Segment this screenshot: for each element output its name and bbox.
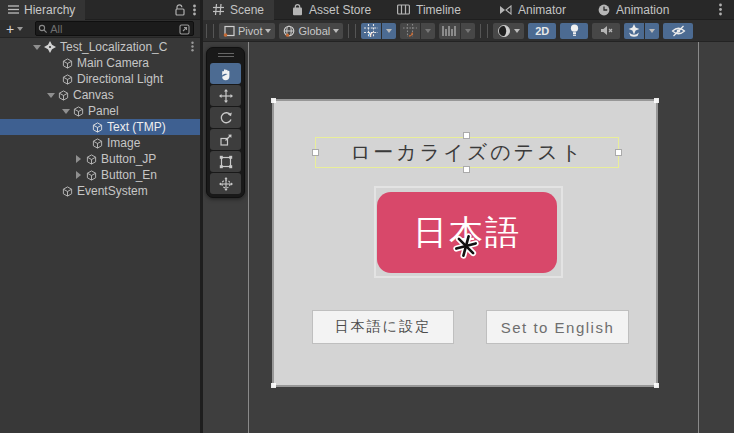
rect-tool-button[interactable] (210, 151, 241, 172)
scene-lighting-toggle[interactable] (560, 23, 588, 39)
gameobject-cube-icon (62, 58, 73, 69)
rotate-tool-icon (219, 111, 233, 125)
gameobject-cube-icon (62, 186, 73, 197)
tmp-text-selection[interactable]: ローカライズのテスト (315, 137, 619, 168)
speaker-muted-icon (600, 25, 613, 36)
scene-toolbar: Pivot Global Y (203, 20, 734, 42)
move-tool-button[interactable] (210, 85, 241, 106)
tree-item-label: Directional Light (77, 72, 163, 86)
snap-grid-options[interactable] (421, 23, 435, 39)
tree-item-panel[interactable]: Panel (0, 103, 200, 119)
add-gameobject-button[interactable]: + (6, 22, 14, 36)
tree-item-scene[interactable]: Test_Localization_C (0, 39, 200, 55)
transform-tool-button[interactable] (210, 173, 241, 194)
hierarchy-more-icon[interactable] (193, 4, 196, 16)
gizmos-visibility-toggle[interactable] (663, 23, 693, 39)
scene-more-icon[interactable] (191, 41, 194, 52)
grid-visibility-toggle[interactable]: Y (361, 23, 381, 39)
tab-label: Animator (518, 3, 566, 17)
tab-label: Animation (616, 3, 669, 17)
rect-handle-top[interactable] (463, 132, 470, 139)
search-input[interactable] (50, 23, 155, 35)
canvas-gizmo-left-edge (248, 42, 249, 433)
foldout-right-icon[interactable] (76, 155, 81, 163)
panel-corner-handle[interactable] (271, 383, 276, 388)
tab-hierarchy[interactable]: Hierarchy (0, 0, 85, 20)
scale-tool-icon (219, 133, 233, 147)
tree-item-eventsystem[interactable]: EventSystem (0, 183, 200, 199)
panel-corner-handle[interactable] (654, 98, 659, 103)
localization-title-text[interactable]: ローカライズのテスト (350, 139, 584, 166)
tree-item-canvas[interactable]: Canvas (0, 87, 200, 103)
tree-item-text-tmp[interactable]: Text (TMP) (0, 119, 200, 135)
foldout-down-icon[interactable] (33, 45, 41, 50)
tree-item-label: Button_JP (101, 152, 156, 166)
language-display-button[interactable]: 日本語 (377, 192, 557, 273)
move-tool-icon (219, 89, 233, 103)
grid-visibility-options[interactable] (382, 23, 396, 39)
search-window-icon[interactable] (179, 24, 190, 35)
pivot-dropdown[interactable]: Pivot (219, 23, 275, 39)
tree-item-button-en[interactable]: Button_En (0, 167, 200, 183)
tab-scene[interactable]: Scene (203, 0, 274, 20)
tree-item-directional-light[interactable]: Directional Light (0, 71, 200, 87)
set-japanese-button[interactable]: 日本語に設定 (312, 310, 454, 344)
tree-item-button-jp[interactable]: Button_JP (0, 151, 200, 167)
scale-tool-button[interactable] (210, 129, 241, 150)
snap-grid-toggle[interactable] (400, 23, 420, 39)
2d-mode-toggle[interactable]: 2D (528, 23, 556, 39)
effects-toggle[interactable] (624, 23, 644, 39)
unlock-icon[interactable] (175, 4, 185, 16)
rect-handle-left[interactable] (312, 149, 319, 156)
shaded-sphere-icon (497, 24, 511, 38)
svg-text:Y: Y (368, 31, 373, 37)
global-dropdown[interactable]: Global (279, 23, 343, 39)
pivot-icon (223, 25, 235, 37)
scene-tabbar: Scene Asset Store Timeline Animator (203, 0, 734, 20)
tree-item-label: Image (107, 136, 140, 150)
rect-handle-bottom[interactable] (463, 166, 470, 173)
tab-label: Asset Store (309, 3, 371, 17)
tab-asset-store[interactable]: Asset Store (282, 0, 381, 20)
tree-item-main-camera[interactable]: Main Camera (0, 55, 200, 71)
snap-increment-button[interactable] (439, 23, 460, 39)
pivot-label: Pivot (238, 25, 262, 37)
add-dropdown-caret-icon[interactable] (17, 27, 23, 31)
tree-item-image[interactable]: Image (0, 135, 200, 151)
scene-viewport[interactable]: ローカライズのテスト 日本語 日本語に設定 Set to English (203, 42, 734, 433)
sparkle-icon (627, 24, 641, 37)
hierarchy-toolbar: + (0, 20, 200, 38)
tab-animation[interactable]: Animation (588, 0, 679, 20)
chevron-down-icon (333, 29, 339, 33)
toolbar-separator (480, 24, 488, 38)
scene-more-menu-icon[interactable] (719, 3, 722, 16)
overlay-drag-handle[interactable] (207, 48, 244, 62)
snap-grid-icon (403, 24, 417, 37)
gameobject-cube-icon (86, 154, 97, 165)
audio-mute-toggle[interactable] (592, 23, 620, 39)
hierarchy-search[interactable] (35, 21, 194, 36)
tab-animator[interactable]: Animator (489, 0, 576, 20)
rect-handle-right[interactable] (615, 149, 622, 156)
hand-tool-button[interactable] (210, 63, 241, 84)
rect-tool-icon (219, 155, 233, 169)
toolbar-grip-handle[interactable] (206, 24, 214, 38)
chevron-down-icon (265, 29, 271, 33)
set-english-button[interactable]: Set to English (486, 310, 629, 344)
panel-corner-handle[interactable] (271, 98, 276, 103)
tab-timeline[interactable]: Timeline (387, 0, 471, 20)
tree-item-label: Panel (88, 104, 119, 118)
shading-mode-dropdown[interactable] (493, 23, 524, 39)
snap-increment-options[interactable] (461, 23, 475, 39)
ui-panel[interactable]: ローカライズのテスト 日本語 日本語に設定 Set to English (272, 99, 658, 387)
chevron-down-icon (425, 29, 431, 33)
tab-label: Scene (230, 3, 264, 17)
effects-options[interactable] (645, 23, 659, 39)
rotate-tool-button[interactable] (210, 107, 241, 128)
foldout-right-icon[interactable] (76, 171, 81, 179)
foldout-down-icon[interactable] (62, 109, 70, 114)
foldout-down-icon[interactable] (47, 93, 55, 98)
chevron-down-icon (386, 29, 392, 33)
timeline-film-icon (397, 4, 410, 15)
panel-corner-handle[interactable] (654, 383, 659, 388)
